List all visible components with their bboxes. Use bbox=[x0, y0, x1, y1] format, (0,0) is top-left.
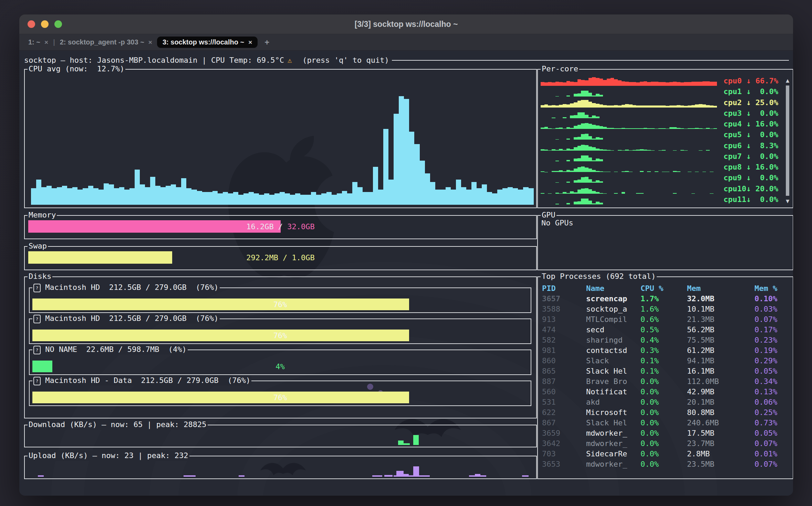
chart-bar bbox=[607, 172, 611, 172]
chart-bar bbox=[109, 184, 114, 205]
disk-title-text: Macintosh HD 212.5GB / 279.0GB (76%) bbox=[41, 313, 219, 324]
cell-mem: 16.1MB bbox=[687, 366, 754, 376]
chart-bar bbox=[471, 182, 477, 205]
chart-bar bbox=[655, 105, 658, 107]
new-tab-button[interactable]: + bbox=[264, 38, 269, 47]
chart-bar bbox=[666, 106, 669, 108]
zoom-button[interactable] bbox=[54, 20, 62, 28]
process-row: 3653mdworker_0.0%23.5MB0.07% bbox=[542, 459, 790, 469]
chart-bar bbox=[647, 128, 651, 129]
chart-bar bbox=[513, 188, 518, 205]
chart-bar bbox=[618, 80, 622, 86]
chart-bar bbox=[691, 128, 695, 129]
chart-bar bbox=[589, 102, 592, 107]
chart-bar bbox=[566, 139, 570, 140]
chart-bar bbox=[706, 105, 710, 107]
net-bar bbox=[522, 475, 529, 477]
cell-pid: 3588 bbox=[542, 304, 586, 314]
chart-bar bbox=[83, 188, 88, 205]
chart-bar bbox=[600, 203, 603, 204]
disk-percent-label: 76% bbox=[273, 393, 287, 402]
tab-close-icon[interactable]: × bbox=[148, 39, 152, 46]
chart-bar bbox=[600, 181, 603, 183]
chart-bar bbox=[614, 172, 618, 172]
core-sparkline bbox=[541, 109, 717, 118]
cell-mempct: 0.06% bbox=[754, 397, 790, 407]
tab-list: 1: ~×|2: socktop_agent -p 303 ~×3: sockt… bbox=[28, 37, 258, 48]
chart-bar bbox=[566, 203, 570, 204]
chart-bar bbox=[581, 112, 585, 118]
download-chart bbox=[28, 427, 533, 445]
chart-bar bbox=[207, 192, 212, 205]
window-titlebar[interactable]: [3/3] socktop ws://localho ~ bbox=[19, 14, 793, 34]
disk-title: ? Macintosh HD - Data 212.5GB / 279.0GB … bbox=[32, 375, 251, 386]
tab-close-icon[interactable]: × bbox=[44, 39, 48, 46]
chart-bar bbox=[285, 193, 290, 205]
chart-bar bbox=[577, 180, 581, 183]
chart-bar bbox=[574, 102, 577, 108]
tab-2[interactable]: 2: socktop_agent -p 303 ~× bbox=[60, 38, 152, 46]
chart-bar bbox=[618, 105, 622, 108]
chart-bar bbox=[603, 193, 607, 194]
swap-gauge-label: 292.2MB / 1.0GB bbox=[28, 251, 533, 264]
chart-bar bbox=[611, 150, 614, 151]
chart-bar bbox=[603, 150, 607, 150]
chart-bar bbox=[666, 82, 669, 86]
chart-bar bbox=[669, 105, 673, 107]
chart-bar bbox=[563, 171, 566, 172]
cell-mem: 21.3MB bbox=[687, 314, 754, 325]
terminal-window: [3/3] socktop ws://localho ~ 1: ~×|2: so… bbox=[19, 14, 793, 496]
chart-bar bbox=[677, 105, 680, 107]
cell-name: SidecarRe bbox=[586, 449, 641, 459]
tab-1[interactable]: 1: ~× bbox=[28, 38, 48, 46]
chart-bar bbox=[555, 82, 559, 86]
disk-icon: ? bbox=[33, 315, 41, 323]
chart-bar bbox=[596, 171, 600, 172]
tab-close-icon[interactable]: × bbox=[248, 39, 252, 46]
chart-bar bbox=[644, 105, 647, 107]
chart-bar bbox=[555, 204, 559, 204]
scrollbar-thumb[interactable] bbox=[786, 85, 789, 196]
minimize-button[interactable] bbox=[41, 20, 49, 28]
chart-bar bbox=[566, 182, 570, 183]
chart-bar bbox=[337, 193, 342, 205]
chart-bar bbox=[589, 201, 592, 204]
chart-bar bbox=[566, 127, 570, 129]
disk-title-text: Macintosh HD 212.5GB / 279.0GB (76%) bbox=[41, 282, 219, 293]
scroll-down-arrow[interactable]: ▼ bbox=[784, 197, 791, 205]
chart-bar bbox=[544, 172, 548, 172]
cell-name: socktop_a bbox=[586, 304, 641, 314]
cell-cpu: 0.0% bbox=[641, 418, 687, 428]
chart-bar bbox=[691, 105, 695, 107]
cell-cpu: 0.5% bbox=[641, 325, 687, 335]
chart-bar bbox=[662, 105, 666, 107]
process-row: 474secd0.5%56.2MB0.17% bbox=[542, 325, 790, 335]
disk-percent-label: 4% bbox=[275, 362, 285, 371]
per-core-scrollbar[interactable]: ▲ ▼ bbox=[784, 77, 791, 205]
chart-bar bbox=[577, 125, 581, 129]
core-label: cpu8 ↓ 16.0% bbox=[723, 162, 778, 172]
scroll-up-arrow[interactable]: ▲ bbox=[784, 77, 791, 84]
chart-bar bbox=[677, 128, 680, 129]
chart-bar bbox=[555, 161, 559, 161]
tab-3[interactable]: 3: socktop ws://localho ~× bbox=[157, 37, 258, 48]
download-title: Download (KB/s) — now: 65 | peak: 28825 bbox=[28, 419, 208, 430]
chart-bar bbox=[77, 190, 83, 205]
chart-bar bbox=[581, 80, 585, 86]
chart-bar bbox=[46, 186, 52, 205]
chart-bar bbox=[651, 150, 655, 151]
chart-bar bbox=[555, 128, 559, 129]
chart-bar bbox=[243, 193, 249, 205]
cell-name: Slack Hel bbox=[586, 418, 641, 428]
net-bar bbox=[413, 466, 419, 477]
chart-bar bbox=[357, 187, 363, 205]
memory-gauge-label: 16.2GB / 32.0GB bbox=[28, 220, 533, 233]
chart-bar bbox=[640, 105, 644, 107]
net-bar bbox=[384, 475, 392, 477]
chart-bar bbox=[603, 105, 607, 108]
close-button[interactable] bbox=[28, 20, 35, 28]
chart-bar bbox=[596, 94, 600, 97]
status-line: socktop — host: Jasons-MBP.localdomain |… bbox=[24, 55, 789, 65]
memory-panel: Memory 16.2GB / 32.0GB bbox=[24, 215, 537, 239]
chart-bar bbox=[574, 202, 577, 204]
